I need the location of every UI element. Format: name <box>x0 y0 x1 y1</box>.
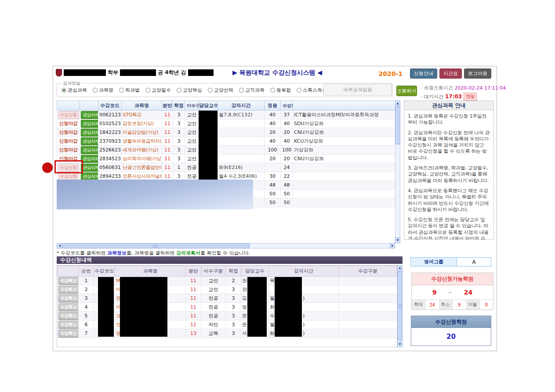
credit-stat-label: 이월 <box>466 300 479 309</box>
cancel-button[interactable]: 수강취소 <box>58 330 79 338</box>
interest-cell: 관심삭제 <box>80 128 98 137</box>
header-course-name: 과목명 <box>122 101 162 111</box>
radio-icon[interactable] <box>208 88 213 93</box>
enrolled-cell: 50 <box>281 198 293 207</box>
radio-icon[interactable] <box>270 88 275 93</box>
course-type-cell: 교선 <box>185 119 199 128</box>
query-button[interactable]: 조회하기 <box>396 86 417 96</box>
remove-interest-button[interactable]: 관심삭제 <box>81 155 98 163</box>
course-code-link[interactable]: 2834523 <box>98 155 122 163</box>
cancel-button[interactable]: 수강취소 <box>58 303 79 311</box>
closed-label: 신청마감 <box>59 129 78 135</box>
course-type-cell: 교선 <box>185 155 199 163</box>
credit-stat-label: 최대 <box>412 300 425 309</box>
logout-button[interactable]: 로그아웃 <box>464 68 491 79</box>
course-name-link[interactable]: 감정코칭(가상) <box>122 119 162 128</box>
remove-interest-button[interactable]: 관심삭제 <box>81 137 98 145</box>
credit-limit-title: 수강신청가능학점 <box>412 273 493 285</box>
enrolled-scrollbar-thumb[interactable] <box>397 271 403 340</box>
cancel-button[interactable]: 수강취소 <box>58 277 79 285</box>
search-option-radio[interactable]: 융복합 <box>270 87 291 94</box>
remove-interest-button[interactable]: 관심삭제 <box>81 146 98 154</box>
scroll-up-button[interactable] <box>397 265 403 271</box>
search-option-radio[interactable]: 교양필수 <box>145 87 171 94</box>
remove-interest-button[interactable]: 관심삭제 <box>81 129 98 137</box>
remove-interest-button[interactable]: 관심삭제 <box>81 164 98 172</box>
extend-button[interactable]: 연장 <box>464 93 477 101</box>
apply-button[interactable]: 수강신청 <box>58 173 79 180</box>
search-option-label: 학과별 <box>125 87 140 94</box>
enrolled-cell: 40 <box>281 137 293 146</box>
cancel-button[interactable]: 수강취소 <box>58 312 79 320</box>
search-option-radio[interactable]: 교양핵심 <box>177 87 202 94</box>
action-cell: 신청마감 <box>57 119 80 128</box>
enrolled-cell: 40 <box>281 119 293 128</box>
course-name-link[interactable]: 난광고언론졸업반이다 <box>122 163 162 172</box>
section-cell: 11 <box>186 285 201 294</box>
cancel-button[interactable]: 수강취소 <box>58 286 79 294</box>
course-code-link[interactable]: 0102523 <box>98 119 122 128</box>
apply-button[interactable]: 수강신청 <box>58 111 79 119</box>
note-text: * 수강코드를 클릭하면 <box>57 250 107 256</box>
enrolled-section-title: 수강신청내역 <box>57 256 403 264</box>
detail-filter-box[interactable]: 세부검색없음 <box>323 84 392 96</box>
radio-icon[interactable] <box>177 88 181 93</box>
applied-credits-box: 수강신청학점 20 <box>411 316 491 346</box>
timetable-button[interactable]: 시간표 <box>439 68 462 79</box>
course-code-link[interactable]: 0062123 <box>98 111 122 119</box>
search-option-radio[interactable]: 과목명 <box>93 87 113 94</box>
course-code-link[interactable]: 2370923 <box>98 137 122 146</box>
remove-interest-button[interactable]: 관심삭제 <box>81 173 98 180</box>
quota-cell: 100 <box>265 146 281 155</box>
professor-fragment: 서 <box>242 331 247 336</box>
section-cell: 11 <box>186 312 201 320</box>
time-fragment: 월 <box>270 295 275 301</box>
radio-icon[interactable] <box>62 88 66 93</box>
scroll-left-button[interactable] <box>57 243 62 248</box>
course-name-link[interactable]: 심리학의이해(가상) <box>122 155 162 163</box>
section-cell: 11 <box>186 294 201 303</box>
scroll-down-button[interactable] <box>397 342 403 347</box>
redacted-block <box>64 69 106 76</box>
course-name-link[interactable]: GTQ특강 <box>122 111 162 119</box>
interest-scrollbar-thumb[interactable] <box>395 107 400 144</box>
cancel-button[interactable]: 수강취소 <box>58 295 79 302</box>
remove-interest-button[interactable]: 관심삭제 <box>81 120 98 128</box>
redacted-code-column <box>98 277 114 337</box>
guide-button[interactable]: 신청안내 <box>410 68 437 79</box>
enrolled-cell: 100 <box>281 146 293 155</box>
no-cell: 3 <box>79 294 94 303</box>
course-code-link[interactable]: 2526623 <box>98 146 122 155</box>
scroll-down-button[interactable] <box>395 237 400 243</box>
no-cell: 4 <box>79 303 94 312</box>
quota-cell: 20 <box>265 128 281 137</box>
radio-icon[interactable] <box>93 88 98 93</box>
course-name-link[interactable]: 생활속의응급처치(가상 <box>122 137 162 146</box>
course-code-link[interactable]: 0560631 <box>98 163 122 172</box>
radio-icon[interactable] <box>239 88 244 93</box>
radio-icon[interactable] <box>297 88 301 93</box>
search-option-radio[interactable]: 교양선택 <box>208 87 233 94</box>
redacted-professor-column <box>247 277 267 337</box>
credit-stat: 최대 24 <box>412 300 439 309</box>
thumb-grip-icon <box>153 245 159 248</box>
cancel-button[interactable]: 수강취소 <box>58 321 79 329</box>
course-type-cell: 교선 <box>185 137 199 146</box>
note-cell <box>293 198 395 207</box>
search-option-radio[interactable]: 학과별 <box>119 87 140 94</box>
professor-fragment: 김 <box>242 295 247 301</box>
header-nav: 2020-1 신청안내 시간표 로그아웃 <box>378 68 491 79</box>
search-option-radio[interactable]: 관심과목 <box>62 87 87 94</box>
scroll-up-button[interactable] <box>395 101 400 106</box>
quota-cell: 40 <box>265 119 281 128</box>
course-name-link[interactable]: 세계와여행(가상) <box>122 146 162 155</box>
course-name-link[interactable]: 미술감상법(가상) <box>122 128 162 137</box>
search-option-radio[interactable]: 교직과목 <box>239 87 265 94</box>
horizontal-scrollbar-thumb[interactable] <box>62 243 250 248</box>
cancel-cell: 수강취소 <box>58 303 79 312</box>
radio-icon[interactable] <box>119 88 124 93</box>
scroll-right-button[interactable] <box>390 243 395 248</box>
radio-icon[interactable] <box>145 88 150 93</box>
course-code-link[interactable]: 1842223 <box>98 128 122 137</box>
remove-interest-button[interactable]: 관심삭제 <box>81 111 98 119</box>
